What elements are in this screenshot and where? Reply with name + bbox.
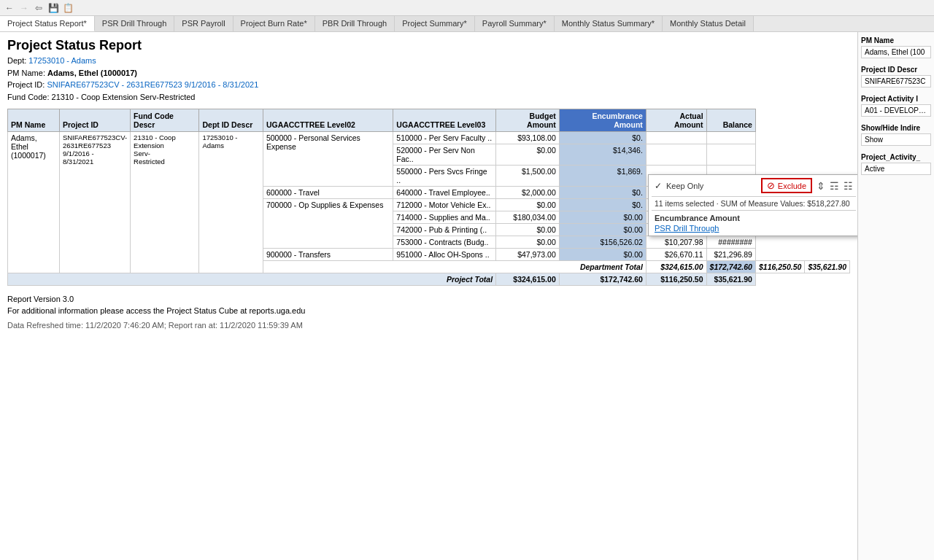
col-balance: Balance bbox=[706, 109, 755, 132]
back-button[interactable]: ← bbox=[3, 1, 16, 15]
right-panel-show-hide: Show/Hide Indire Show bbox=[861, 124, 931, 146]
col-actual: Actual Amount bbox=[646, 109, 706, 132]
project-id-panel-value[interactable]: SNIFARE677523C bbox=[861, 75, 931, 88]
tab-pbr-drill-through[interactable]: PBR Drill Through bbox=[315, 16, 395, 31]
tab-psr-drill-through[interactable]: PSR Drill Through bbox=[95, 16, 174, 31]
cell-enc-753: $156,526.02 bbox=[559, 236, 646, 249]
tab-psr-payroll[interactable]: PSR Payroll bbox=[174, 16, 233, 31]
project-activity2-panel-label: Project_Activity_ bbox=[861, 153, 931, 161]
cell-level03-951: 951000 - Alloc OH-Spons .. bbox=[393, 249, 496, 261]
pm-label: PM Name: bbox=[7, 69, 45, 77]
home-button[interactable]: ⇦ bbox=[32, 1, 45, 15]
right-panel-project-activity: Project Activity I A01 - DEVELOPME bbox=[861, 95, 931, 117]
col-encumbrance: Encumbrance Amount bbox=[559, 109, 646, 132]
tab-payroll-summary[interactable]: Payroll Summary* bbox=[475, 16, 555, 31]
cell-pm-name: Adams, Ethel(1000017) bbox=[8, 132, 60, 273]
menu-section: Encumbrance Amount PSR Drill Through bbox=[649, 211, 857, 236]
dept-total-balance: $35,621.90 bbox=[805, 261, 850, 273]
col-dept-id: Dept ID Descr bbox=[199, 109, 263, 132]
dept-total-actual: $116,250.50 bbox=[755, 261, 804, 273]
cell-enc-742: $0.00 bbox=[559, 224, 646, 236]
cell-level02-500: 500000 - Personal Services Expense bbox=[263, 132, 393, 187]
dept-value: 17253010 - Adams bbox=[28, 56, 96, 65]
tab-project-summary[interactable]: Project Summary* bbox=[395, 16, 475, 31]
content-area: Project Status Report Dept: 17253010 - A… bbox=[0, 32, 857, 560]
forward-button[interactable]: → bbox=[18, 1, 31, 15]
data-refresh-time: Data Refreshed time: 11/2/2020 7:46:20 A… bbox=[7, 321, 850, 330]
report-version: Report Version 3.0 bbox=[7, 295, 850, 303]
project-activity-panel-value[interactable]: A01 - DEVELOPME bbox=[861, 104, 931, 117]
exclude-button[interactable]: ⊘ Exclude bbox=[761, 178, 812, 193]
project-activity2-panel-value[interactable]: Active bbox=[861, 163, 931, 175]
cell-level03-714: 714000 - Supplies and Ma.. bbox=[393, 211, 496, 224]
cell-balance-520 bbox=[706, 144, 755, 166]
fund-code-value: 21310 - Coop Extension Serv-Restricted bbox=[52, 93, 196, 101]
cell-level03-550: 550000 - Pers Svcs Fringe .. bbox=[393, 166, 496, 187]
report-footer: Report Version 3.0 For additional inform… bbox=[7, 295, 850, 330]
cell-level02-700: 700000 - Op Supplies & Expenses bbox=[263, 199, 393, 249]
col-level02: UGAACCTTREE Level02 bbox=[263, 109, 393, 132]
cell-budget-550: $1,500.00 bbox=[496, 166, 560, 187]
fund-code-label: Fund Code: bbox=[7, 93, 49, 101]
dept-total-label: Department Total bbox=[263, 261, 646, 273]
project-total-label: Project Total bbox=[8, 273, 496, 286]
right-panel-project-activity2: Project_Activity_ Active bbox=[861, 153, 931, 175]
cell-level03-520: 520000 - Per Serv Non Fac.. bbox=[393, 144, 496, 166]
tab-project-status-report[interactable]: Project Status Report* bbox=[0, 16, 95, 31]
project-activity-panel-label: Project Activity I bbox=[861, 95, 931, 103]
report-title: Project Status Report bbox=[7, 38, 850, 53]
cell-fund-code: 21310 - CoopExtensionServ-Restricted bbox=[131, 132, 199, 273]
sort-icon[interactable]: ⇕ bbox=[817, 180, 825, 192]
cell-actual-951: $26,670.11 bbox=[646, 249, 706, 261]
cell-level03-712: 712000 - Motor Vehicle Ex.. bbox=[393, 199, 496, 211]
psr-drill-through-link[interactable]: PSR Drill Through bbox=[655, 224, 853, 233]
context-menu: ✓ Keep Only ⊘ Exclude ⇕ ☶ ☷ 11 items sel… bbox=[648, 174, 857, 236]
cell-dept-id: 17253010 - Adams bbox=[199, 132, 263, 273]
project-total-actual: $116,250.50 bbox=[646, 273, 706, 286]
main-layout: Project Status Report Dept: 17253010 - A… bbox=[0, 32, 934, 560]
context-menu-actions: ✓ Keep Only ⊘ Exclude ⇕ ☶ ☷ bbox=[649, 175, 857, 196]
report-info: For additional information please access… bbox=[7, 306, 850, 315]
cell-budget-753: $0.00 bbox=[496, 236, 560, 249]
grid-icon[interactable]: ☷ bbox=[844, 180, 853, 192]
cell-actual-510 bbox=[646, 132, 706, 144]
cell-budget-520: $0.00 bbox=[496, 144, 560, 166]
cell-enc-550: $1,869. bbox=[559, 166, 646, 187]
cell-enc-714: $0.00 bbox=[559, 211, 646, 224]
keep-only-label[interactable]: Keep Only bbox=[666, 182, 703, 190]
right-panel-pm: PM Name Adams, Ethel (100 bbox=[861, 36, 931, 58]
col-pm-name: PM Name bbox=[8, 109, 60, 132]
cell-budget-714: $180,034.00 bbox=[496, 211, 560, 224]
dept-total-budget: $324,615.00 bbox=[646, 261, 706, 273]
dept-total-enc: $172,742.60 bbox=[706, 261, 755, 273]
pm-name-panel-value[interactable]: Adams, Ethel (100 bbox=[861, 46, 931, 58]
filter-icon[interactable]: ☶ bbox=[830, 180, 839, 192]
cell-balance-753: ######## bbox=[706, 236, 755, 249]
col-budget: Budget Amount bbox=[496, 109, 560, 132]
tab-monthly-status-detail[interactable]: Monthly Status Detail bbox=[663, 16, 754, 31]
cell-actual-753: $10,207.98 bbox=[646, 236, 706, 249]
cell-budget-712: $0.00 bbox=[496, 199, 560, 211]
tab-project-burn-rate[interactable]: Project Burn Rate* bbox=[234, 16, 315, 31]
cell-level02-900: 900000 - Transfers bbox=[263, 249, 393, 261]
save-button[interactable]: 💾 bbox=[47, 1, 60, 15]
tabs-bar: Project Status Report* PSR Drill Through… bbox=[0, 16, 934, 32]
clipboard-button[interactable]: 📋 bbox=[61, 1, 74, 15]
right-panel: PM Name Adams, Ethel (100 Project ID Des… bbox=[857, 32, 934, 560]
project-id-value: SNIFARE677523CV - 2631RE677523 9/1/2016 … bbox=[47, 80, 258, 89]
table-row: Adams, Ethel(1000017) SNIFARE677523CV-26… bbox=[8, 132, 850, 144]
cell-budget-951: $47,973.00 bbox=[496, 249, 560, 261]
menu-info: 11 items selected · SUM of Measure Value… bbox=[649, 197, 857, 210]
cell-actual-520 bbox=[646, 144, 706, 166]
check-icon: ✓ bbox=[655, 181, 662, 191]
show-hide-panel-value[interactable]: Show bbox=[861, 133, 931, 146]
right-panel-project-id: Project ID Descr SNIFARE677523C bbox=[861, 66, 931, 88]
col-project-id: Project ID bbox=[59, 109, 130, 132]
cell-enc-640: $0. bbox=[559, 187, 646, 199]
col-level03: UGAACCTTREE Level03 bbox=[393, 109, 496, 132]
cell-enc-510: $0. bbox=[559, 132, 646, 144]
project-total-enc: $172,742.60 bbox=[559, 273, 646, 286]
tab-monthly-status-summary[interactable]: Monthly Status Summary* bbox=[555, 16, 663, 31]
cell-balance-510 bbox=[706, 132, 755, 144]
cell-level03-510: 510000 - Per Serv Faculty .. bbox=[393, 132, 496, 144]
